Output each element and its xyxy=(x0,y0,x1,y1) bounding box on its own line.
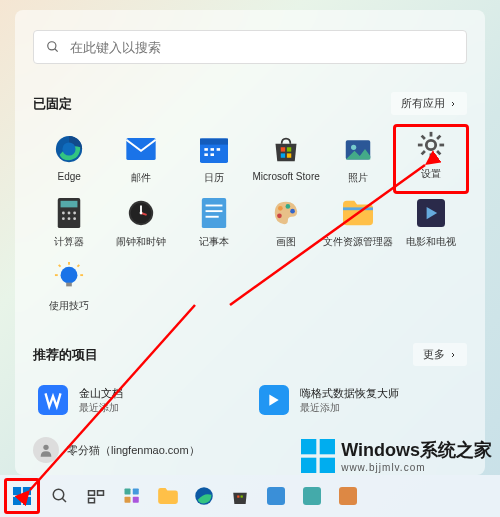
svg-rect-4 xyxy=(127,138,156,160)
user-account[interactable]: 零分猫（lingfenmao.com） xyxy=(33,437,200,463)
svg-rect-14 xyxy=(281,153,285,157)
app-icon xyxy=(339,487,357,505)
svg-point-3 xyxy=(63,142,76,155)
calculator-icon xyxy=(53,197,85,229)
photos-icon xyxy=(342,133,374,165)
app-movies[interactable]: 电影和电视 xyxy=(395,193,467,253)
widgets-icon xyxy=(123,487,141,505)
svg-rect-73 xyxy=(125,497,131,503)
folder-icon xyxy=(158,488,178,504)
svg-point-34 xyxy=(73,217,76,220)
svg-rect-70 xyxy=(89,498,95,503)
chevron-right-icon xyxy=(449,351,457,359)
svg-rect-41 xyxy=(205,205,222,207)
svg-rect-51 xyxy=(66,283,72,287)
app-paint[interactable]: 画图 xyxy=(250,193,322,253)
store-icon xyxy=(270,133,302,165)
tb-app2[interactable] xyxy=(296,480,328,512)
app-tips[interactable]: 使用技巧 xyxy=(33,257,105,317)
rec-title: 金山文档 xyxy=(79,386,123,401)
search-input[interactable] xyxy=(70,40,454,55)
app-calendar[interactable]: 日历 xyxy=(178,129,250,189)
svg-line-23 xyxy=(421,136,424,139)
pinned-apps-grid: Edge 邮件 日历 Microsoft Store 照片 xyxy=(33,129,467,317)
paint-icon xyxy=(270,197,302,229)
rec-item-recovery[interactable]: 嗨格式数据恢复大师 最近添加 xyxy=(254,380,467,420)
svg-rect-6 xyxy=(200,139,228,145)
search-icon xyxy=(46,40,60,54)
tb-app1[interactable] xyxy=(260,480,292,512)
tb-edge[interactable] xyxy=(188,480,220,512)
rec-title: 嗨格式数据恢复大师 xyxy=(300,386,399,401)
svg-rect-15 xyxy=(287,153,291,157)
tb-search[interactable] xyxy=(44,480,76,512)
svg-point-32 xyxy=(62,217,65,220)
app-label: 闹钟和时钟 xyxy=(116,235,166,249)
windows-icon xyxy=(13,487,31,505)
taskbar xyxy=(0,475,500,517)
more-label: 更多 xyxy=(423,347,445,362)
wps-icon xyxy=(37,384,69,416)
app-clock[interactable]: 闹钟和时钟 xyxy=(105,193,177,253)
recommended-title: 推荐的项目 xyxy=(33,346,98,364)
tb-widgets[interactable] xyxy=(116,480,148,512)
search-bar[interactable] xyxy=(33,30,467,64)
svg-line-24 xyxy=(437,151,440,154)
svg-point-39 xyxy=(140,212,143,215)
app-explorer[interactable]: 文件资源管理器 xyxy=(322,193,394,253)
tb-explorer[interactable] xyxy=(152,480,184,512)
app-icon xyxy=(267,487,285,505)
svg-point-17 xyxy=(351,145,356,150)
edge-icon xyxy=(194,486,214,506)
svg-rect-76 xyxy=(237,495,239,497)
app-settings[interactable]: 设置 xyxy=(393,124,469,194)
start-menu: 已固定 所有应用 Edge 邮件 日历 xyxy=(15,10,485,475)
svg-line-67 xyxy=(62,498,66,502)
more-button[interactable]: 更多 xyxy=(413,343,467,366)
svg-point-30 xyxy=(68,212,71,215)
svg-rect-72 xyxy=(133,489,139,495)
app-photos[interactable]: 照片 xyxy=(322,129,394,189)
app-label: 计算器 xyxy=(54,235,84,249)
tb-store[interactable] xyxy=(224,480,256,512)
app-store[interactable]: Microsoft Store xyxy=(250,129,322,189)
clock-icon xyxy=(125,197,157,229)
app-label: 使用技巧 xyxy=(49,299,89,313)
svg-rect-43 xyxy=(205,216,218,218)
rec-item-wps[interactable]: 金山文档 最近添加 xyxy=(33,380,246,420)
app-notepad[interactable]: 记事本 xyxy=(178,193,250,253)
svg-rect-11 xyxy=(210,153,214,156)
search-icon xyxy=(51,487,69,505)
all-apps-button[interactable]: 所有应用 xyxy=(391,92,467,115)
svg-line-25 xyxy=(421,151,424,154)
rec-sub: 最近添加 xyxy=(79,401,123,415)
svg-rect-13 xyxy=(287,147,291,151)
app-edge[interactable]: Edge xyxy=(33,129,105,189)
svg-point-31 xyxy=(73,212,76,215)
app-label: Microsoft Store xyxy=(253,171,320,182)
rec-sub: 最近添加 xyxy=(300,401,399,415)
svg-rect-57 xyxy=(38,385,68,415)
tips-icon xyxy=(53,261,85,293)
svg-rect-69 xyxy=(98,491,104,496)
tb-app3[interactable] xyxy=(332,480,364,512)
app-mail[interactable]: 邮件 xyxy=(105,129,177,189)
svg-point-29 xyxy=(62,212,65,215)
app-calculator[interactable]: 计算器 xyxy=(33,193,105,253)
svg-line-26 xyxy=(437,136,440,139)
app-icon xyxy=(303,487,321,505)
app-label: 邮件 xyxy=(131,171,151,185)
start-button[interactable] xyxy=(4,478,40,514)
svg-rect-79 xyxy=(303,487,321,505)
movies-icon xyxy=(415,197,447,229)
svg-point-66 xyxy=(53,489,64,500)
svg-rect-9 xyxy=(216,148,220,151)
svg-rect-48 xyxy=(343,207,373,210)
calendar-icon xyxy=(198,133,230,165)
svg-point-59 xyxy=(43,445,48,450)
svg-rect-64 xyxy=(13,497,21,505)
tb-taskview[interactable] xyxy=(80,480,112,512)
svg-rect-78 xyxy=(267,487,285,505)
svg-rect-62 xyxy=(13,487,21,495)
notepad-icon xyxy=(198,197,230,229)
